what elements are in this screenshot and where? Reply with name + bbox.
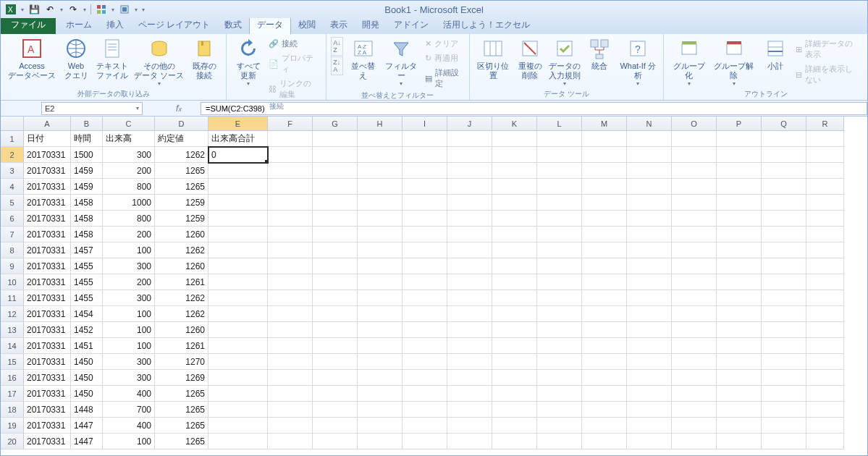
subtotal-button[interactable]: 小計 (758, 35, 793, 72)
cell-A11[interactable]: 20170331 (24, 290, 71, 306)
cell-P8[interactable] (717, 242, 762, 258)
cell-A12[interactable]: 20170331 (24, 306, 71, 322)
cell-K4[interactable] (492, 179, 537, 195)
cell-D10[interactable]: 1261 (155, 274, 208, 290)
cell-R6[interactable] (806, 211, 844, 227)
save-icon[interactable]: 💾 (28, 4, 40, 15)
cell-K16[interactable] (492, 370, 537, 386)
cell-H16[interactable] (358, 370, 403, 386)
cell-M20[interactable] (582, 434, 627, 449)
cell-Q9[interactable] (762, 258, 806, 274)
column-header-F[interactable]: F (268, 117, 313, 131)
cell-R10[interactable] (806, 274, 844, 290)
column-header-E[interactable]: E (208, 117, 268, 131)
cell-L10[interactable] (537, 274, 582, 290)
cell-E5[interactable] (208, 195, 268, 211)
cell-N10[interactable] (627, 274, 672, 290)
column-header-L[interactable]: L (537, 117, 582, 131)
from-other-button[interactable]: その他の データ ソース ▾ (131, 35, 187, 89)
cell-C20[interactable]: 100 (103, 434, 155, 449)
cell-L11[interactable] (537, 290, 582, 306)
row-header-20[interactable]: 20 (1, 434, 24, 449)
cell-N15[interactable] (627, 354, 672, 370)
cell-C5[interactable]: 1000 (103, 195, 155, 211)
cell-F16[interactable] (268, 370, 313, 386)
cell-Q15[interactable] (762, 354, 806, 370)
cell-A19[interactable]: 20170331 (24, 418, 71, 434)
cell-B9[interactable]: 1455 (71, 258, 103, 274)
cell-L18[interactable] (537, 402, 582, 418)
cell-D16[interactable]: 1269 (155, 370, 208, 386)
cell-C4[interactable]: 800 (103, 179, 155, 195)
cell-J18[interactable] (447, 402, 492, 418)
cell-O2[interactable] (672, 147, 717, 163)
cell-J16[interactable] (447, 370, 492, 386)
cell-J11[interactable] (447, 290, 492, 306)
cell-I13[interactable] (403, 322, 447, 338)
cell-D5[interactable]: 1259 (155, 195, 208, 211)
cell-M6[interactable] (582, 211, 627, 227)
cell-B6[interactable]: 1458 (71, 211, 103, 227)
refresh-all-button[interactable]: すべて 更新 ▾ (231, 35, 266, 89)
cell-I2[interactable] (403, 147, 447, 163)
cell-F7[interactable] (268, 227, 313, 242)
cell-I8[interactable] (403, 242, 447, 258)
cell-R20[interactable] (806, 434, 844, 449)
cell-L13[interactable] (537, 322, 582, 338)
cell-D2[interactable]: 1262 (155, 147, 208, 163)
cell-G2[interactable] (313, 147, 358, 163)
cell-B11[interactable]: 1455 (71, 290, 103, 306)
column-header-D[interactable]: D (155, 117, 208, 131)
cell-G15[interactable] (313, 354, 358, 370)
cell-A4[interactable]: 20170331 (24, 179, 71, 195)
cell-R1[interactable] (806, 131, 844, 147)
cell-O9[interactable] (672, 258, 717, 274)
cell-A14[interactable]: 20170331 (24, 338, 71, 354)
cell-H6[interactable] (358, 211, 403, 227)
cell-A1[interactable]: 日付 (24, 131, 71, 147)
cell-O13[interactable] (672, 322, 717, 338)
cell-F17[interactable] (268, 386, 313, 402)
cell-I16[interactable] (403, 370, 447, 386)
cell-B16[interactable]: 1450 (71, 370, 103, 386)
cell-A2[interactable]: 20170331 (24, 147, 71, 163)
column-header-H[interactable]: H (358, 117, 403, 131)
column-header-J[interactable]: J (447, 117, 492, 131)
cell-J17[interactable] (447, 386, 492, 402)
cell-K7[interactable] (492, 227, 537, 242)
cell-Q18[interactable] (762, 402, 806, 418)
cell-H20[interactable] (358, 434, 403, 449)
cell-H11[interactable] (358, 290, 403, 306)
cell-R5[interactable] (806, 195, 844, 211)
cell-N16[interactable] (627, 370, 672, 386)
cell-L14[interactable] (537, 338, 582, 354)
cell-H7[interactable] (358, 227, 403, 242)
cell-P18[interactable] (717, 402, 762, 418)
cell-P12[interactable] (717, 306, 762, 322)
cell-N8[interactable] (627, 242, 672, 258)
cell-A6[interactable]: 20170331 (24, 211, 71, 227)
cell-C17[interactable]: 400 (103, 386, 155, 402)
spreadsheet-grid[interactable]: ABCDEFGHIJKLMNOPQR 1日付時間出来高約定値出来高合計22017… (1, 117, 867, 449)
cell-B5[interactable]: 1458 (71, 195, 103, 211)
cell-R2[interactable] (806, 147, 844, 163)
column-header-C[interactable]: C (103, 117, 155, 131)
cell-O4[interactable] (672, 179, 717, 195)
cell-E3[interactable] (208, 163, 268, 179)
cell-E14[interactable] (208, 338, 268, 354)
cell-E6[interactable] (208, 211, 268, 227)
cell-C18[interactable]: 700 (103, 402, 155, 418)
column-header-B[interactable]: B (71, 117, 103, 131)
cell-E16[interactable] (208, 370, 268, 386)
ungroup-button[interactable]: グループ解除 ▾ (709, 35, 758, 89)
cell-K5[interactable] (492, 195, 537, 211)
cell-J20[interactable] (447, 434, 492, 449)
cell-J6[interactable] (447, 211, 492, 227)
cell-P13[interactable] (717, 322, 762, 338)
cell-N1[interactable] (627, 131, 672, 147)
cell-G1[interactable] (313, 131, 358, 147)
cell-F2[interactable] (268, 147, 313, 163)
cell-D8[interactable]: 1262 (155, 242, 208, 258)
sort-button[interactable]: A ZZ A 並べ替え (346, 35, 381, 82)
cell-N14[interactable] (627, 338, 672, 354)
